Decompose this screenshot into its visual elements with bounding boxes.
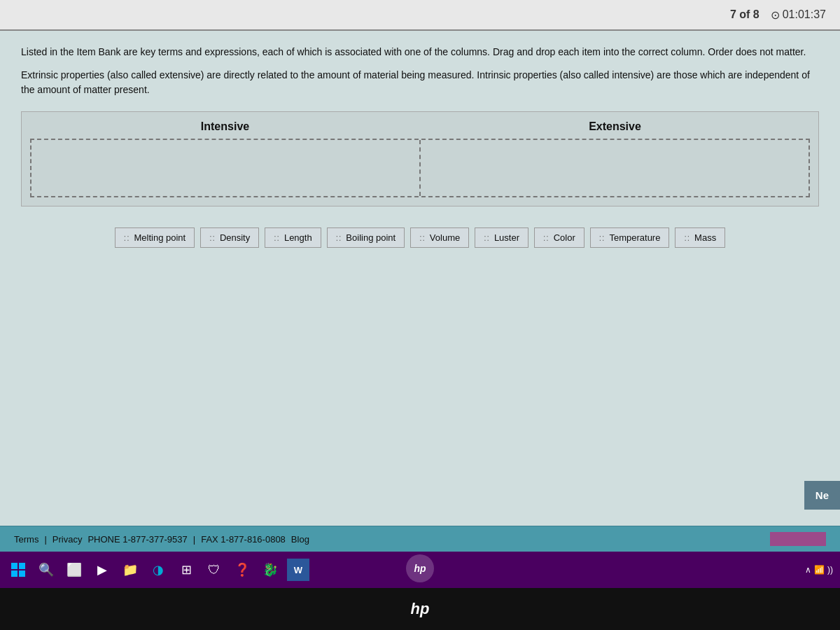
item-label: Temperature [609,232,660,243]
timer-value: 01:01:37 [783,8,826,21]
columns-header: Intensive Extensive [30,120,810,133]
drag-handle-icon: :: [484,233,490,243]
bottom-black-area: hp [0,588,840,630]
taskbar: 🔍 ⬜ ▶ 📁 ◑ ⊞ 🛡 ❓ 🐉 W hp ∧ 📶 )) [0,552,840,588]
drag-handle-icon: :: [124,233,130,243]
drag-handle-icon: :: [419,233,426,243]
defender-button[interactable]: 🐉 [259,559,281,581]
blog-link[interactable]: Blog [291,534,309,545]
drag-item-volume[interactable]: ::Volume [410,227,469,248]
tray-wifi[interactable]: )) [827,565,833,575]
folder-button[interactable]: 📁 [119,559,141,581]
drag-handle-icon: :: [599,233,606,243]
drag-handle-icon: :: [209,233,216,243]
tray-network[interactable]: 📶 [814,565,825,575]
instructions-text: Listed in the Item Bank are key terms an… [21,45,819,59]
svg-rect-3 [19,570,25,577]
grid-button[interactable]: ⊞ [175,559,197,581]
footer-bar: Terms | Privacy PHONE 1-877-377-9537 | F… [0,526,840,552]
drop-zones-row [30,139,810,197]
item-label: Luster [494,232,519,243]
drop-container: Intensive Extensive [21,111,819,206]
phone-text: PHONE 1-877-377-9537 [88,534,187,545]
drag-handle-icon: :: [543,233,550,243]
drag-handle-icon: :: [684,233,690,243]
drop-zone-intensive[interactable] [31,140,421,196]
word-button[interactable]: W [287,559,309,581]
main-content: 7 of 8 ⊙ 01:01:37 Listed in the Item Ban… [0,0,840,552]
drag-handle-icon: :: [336,233,342,243]
drag-item-mass[interactable]: ::Mass [675,227,725,248]
description-text: Extrinsic properties (also called extens… [21,68,819,97]
privacy-link[interactable]: Privacy [52,534,83,545]
item-label: Density [220,232,250,243]
drag-item-color[interactable]: ::Color [534,227,584,248]
item-bank: ::Melting point::Density::Length::Boilin… [21,220,819,255]
item-label: Mass [694,232,716,243]
drag-item-density[interactable]: ::Density [200,227,259,248]
item-label: Length [284,232,312,243]
col1-header: Intensive [30,120,420,133]
drag-item-luster[interactable]: ::Luster [475,227,528,248]
svg-rect-2 [11,570,18,577]
question-area: Listed in the Item Bank are key terms an… [0,31,840,526]
drag-item-temperature[interactable]: ::Temperature [590,227,670,248]
col2-header: Extensive [420,120,810,133]
next-button[interactable]: Ne [804,481,840,510]
timer: ⊙ 01:01:37 [771,8,826,22]
drag-item-melting-point[interactable]: ::Melting point [115,227,195,248]
edge-button[interactable]: ◑ [147,559,169,581]
drag-item-boiling-point[interactable]: ::Boiling point [327,227,405,248]
svg-rect-1 [19,563,25,569]
drop-zone-extensive[interactable] [421,140,808,196]
hp-logo: hp [411,600,430,618]
shield-button[interactable]: 🛡 [203,559,225,581]
timer-icon: ⊙ [771,8,780,22]
top-bar: 7 of 8 ⊙ 01:01:37 [0,0,840,31]
drag-handle-icon: :: [274,233,280,243]
item-label: Volume [430,232,460,243]
drag-item-length[interactable]: ::Length [265,227,321,248]
help-button[interactable]: ❓ [231,559,253,581]
fax-text: FAX 1-877-816-0808 [201,534,286,545]
svg-rect-0 [11,563,18,569]
terms-link[interactable]: Terms [14,534,38,545]
item-label: Color [554,232,575,243]
hp-taskbar-logo: hp [406,554,434,582]
windows-start-button[interactable] [7,559,29,581]
footer-right-block [770,532,826,546]
progress-text: 7 of 8 [730,8,760,21]
taskbar-tray: ∧ 📶 )) [805,565,833,575]
search-taskbar-button[interactable]: 🔍 [35,559,57,581]
media-button[interactable]: ▶ [91,559,113,581]
item-label: Melting point [134,232,186,243]
item-label: Boiling point [346,232,396,243]
taskview-button[interactable]: ⬜ [63,559,85,581]
tray-caret-up[interactable]: ∧ [805,565,811,575]
